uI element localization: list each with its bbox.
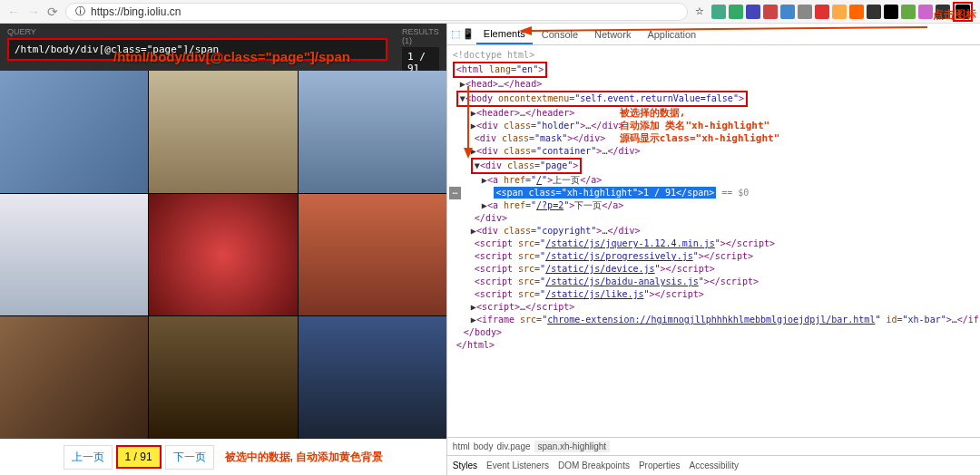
ext-icon[interactable] [729, 5, 743, 19]
arrow-annotation [519, 25, 927, 36]
crumb[interactable]: div.page [496, 441, 530, 451]
star-icon[interactable]: ☆ [695, 5, 704, 17]
info-icon: ⓘ [75, 5, 85, 18]
ext-icon[interactable] [780, 5, 795, 19]
annotation-text: 点击图标 [933, 7, 976, 23]
dom-line: ▶<iframe src="chrome-extension://hgimnog… [449, 314, 980, 326]
ext-icon[interactable] [849, 5, 864, 19]
reload-button[interactable]: ⟳ [47, 5, 58, 19]
dom-line: <script src="/static/js/like.js"></scrip… [449, 288, 980, 301]
pagination: 上一页 1 / 91 下一页 被选中的数据, 自动添加黄色背景 [0, 439, 446, 475]
ext-icon[interactable] [832, 5, 847, 19]
current-page: 1 / 91 [116, 445, 162, 469]
svg-line-0 [530, 27, 927, 31]
url-bar[interactable]: ⓘ https://bing.ioliu.cn [65, 3, 688, 21]
styles-tabs: Styles Event Listeners DOM Breakpoints P… [447, 455, 980, 475]
image-cell[interactable] [0, 71, 148, 193]
inspect-icon[interactable]: ⬚ [451, 28, 460, 40]
image-cell[interactable] [149, 71, 297, 193]
query-label: QUERY [7, 27, 387, 36]
ext-icon[interactable] [918, 5, 933, 19]
image-cell[interactable] [149, 194, 297, 316]
dom-line: <script src="/static/js/device.js"></scr… [449, 263, 980, 276]
image-cell[interactable] [0, 316, 148, 439]
ext-icon[interactable] [746, 5, 760, 19]
browser-toolbar: ← → ⟳ ⓘ https://bing.ioliu.cn ☆ [0, 0, 980, 24]
image-grid [0, 71, 446, 439]
dom-line: </body> [449, 326, 980, 339]
styles-tab[interactable]: Accessibility [690, 460, 739, 470]
image-cell[interactable] [0, 194, 148, 316]
dom-breadcrumb[interactable]: html body div.page span.xh-highlight [447, 437, 980, 455]
dom-line: <!doctype html> [449, 49, 980, 62]
dom-line: </div> [449, 212, 980, 225]
dom-line: ▶<div class="copyright">…</div> [449, 225, 980, 238]
prev-page-link[interactable]: 上一页 [64, 445, 113, 470]
crumb[interactable]: html [453, 441, 470, 451]
ext-icon[interactable] [815, 5, 829, 19]
styles-tab[interactable]: DOM Breakpoints [558, 460, 630, 470]
svg-marker-3 [464, 148, 473, 159]
image-cell[interactable] [149, 316, 297, 439]
device-icon[interactable]: 📱 [462, 28, 475, 40]
results-label: RESULTS (1) [402, 27, 439, 45]
svg-marker-1 [519, 26, 532, 35]
next-page-link[interactable]: 下一页 [165, 445, 214, 470]
dom-line-highlighted: ⋯ <span class="xh-highlight">1 / 91</spa… [449, 187, 980, 199]
ext-icon[interactable] [763, 5, 778, 19]
forward-button[interactable]: → [27, 5, 40, 19]
arrow-annotation [462, 86, 475, 159]
dom-line: </html> [449, 339, 980, 352]
ext-icon[interactable] [867, 5, 881, 19]
crumb-selected[interactable]: span.xh-highlight [534, 441, 611, 452]
back-button[interactable]: ← [7, 5, 20, 19]
ext-icon[interactable] [711, 5, 726, 19]
dom-line: <script src="/static/js/jquery-1.12.4.mi… [449, 238, 980, 250]
xpath-overlay-text: /html/body/div[@class="page"]/span [113, 49, 350, 64]
ext-icon[interactable] [901, 5, 916, 19]
styles-tab[interactable]: Styles [453, 460, 477, 470]
styles-tab[interactable]: Event Listeners [486, 460, 549, 470]
page-content: QUERY /html/body/div[@class="page"]/span… [0, 24, 446, 475]
annotation-text: 被选中的数据, 自动添加黄色背景 [225, 450, 384, 465]
image-cell[interactable] [299, 316, 446, 439]
elements-tree[interactable]: <!doctype html> <html lang="en"> ▶<head>… [447, 45, 980, 437]
dom-line: ▶<head>…</head> [449, 78, 980, 91]
dom-line: ▶<a href="/?p=2">下一页</a> [449, 199, 980, 212]
annotation-text: 被选择的数据, 自动添加 类名"xh-highlight" 源码显示class=… [620, 107, 779, 145]
url-text: https://bing.ioliu.cn [91, 5, 181, 18]
dom-line: ▶<a href="/">上一页</a> [449, 174, 980, 187]
ext-icon[interactable] [798, 5, 812, 19]
image-cell[interactable] [299, 71, 446, 193]
dom-line: ▶<script>…</script> [449, 301, 980, 314]
dom-line: ▶<div class="container">…</div> [449, 145, 980, 158]
dom-line: <script src="/static/js/progressively.js… [449, 250, 980, 263]
devtools-panel: ⬚ 📱 Elements Console Network Application… [446, 24, 980, 475]
dom-line: ▼<div class="page"> [449, 158, 980, 174]
dom-line: <html lang="en"> [449, 62, 980, 78]
crumb[interactable]: body [474, 441, 494, 451]
styles-tab[interactable]: Properties [639, 460, 681, 470]
dom-line: <script src="/static/js/baidu-analysis.j… [449, 276, 980, 288]
ext-icon[interactable] [884, 5, 898, 19]
image-cell[interactable] [299, 194, 446, 316]
dom-line: ▼<body oncontextmenu="self.event.returnV… [449, 91, 980, 107]
